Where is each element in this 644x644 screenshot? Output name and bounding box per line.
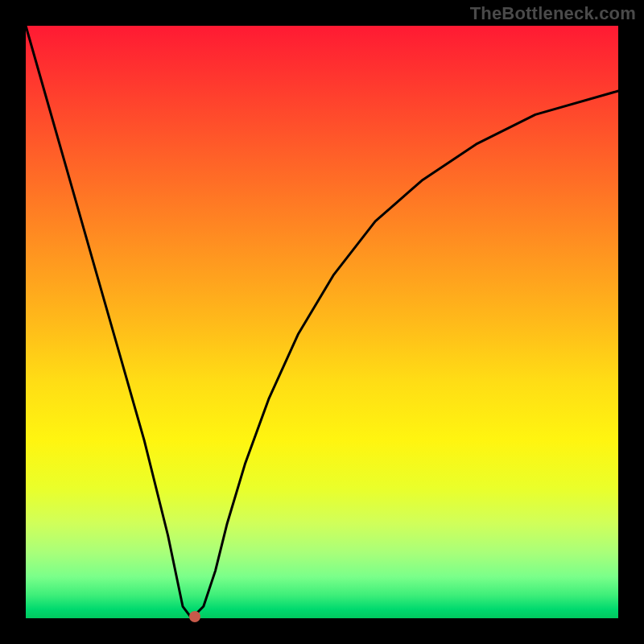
- chart-frame: TheBottleneck.com: [0, 0, 644, 644]
- plot-area: [26, 26, 618, 618]
- minimum-marker-dot: [189, 611, 200, 622]
- bottleneck-curve: [26, 26, 618, 618]
- watermark-text: TheBottleneck.com: [470, 3, 636, 24]
